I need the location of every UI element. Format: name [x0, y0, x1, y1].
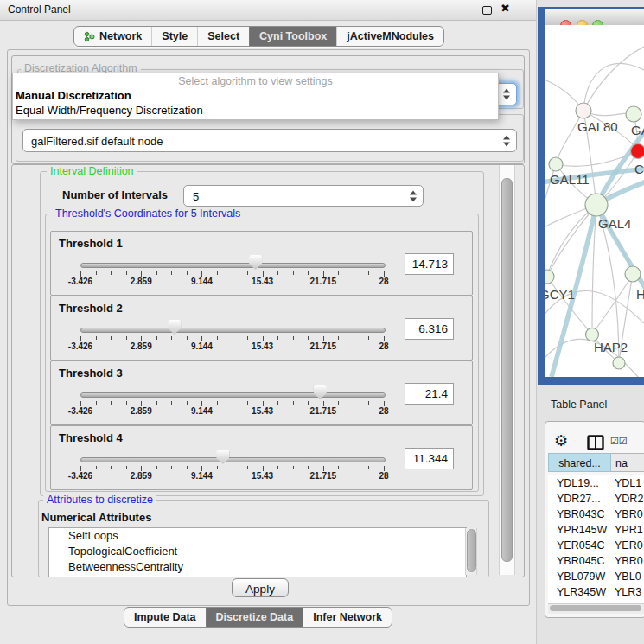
list-item[interactable]: TopologicalCoefficient: [49, 544, 466, 559]
network-node[interactable]: [625, 266, 641, 282]
network-graph: GAL80GACGAL11GAL4GCY1HHAP2: [545, 25, 644, 377]
table-row[interactable]: YDL19...YDL1: [548, 475, 644, 491]
threshold-row: Threshold 2-3.4262.8599.14415.4321.71528…: [50, 296, 473, 360]
slider-tick: [126, 336, 127, 340]
combo-stepper-icon[interactable]: [410, 190, 417, 201]
network-node[interactable]: [631, 144, 644, 159]
slider-tick: [277, 401, 278, 405]
list-item[interactable]: BetweennessCentrality: [49, 559, 466, 575]
slider-tick-label: 15.43: [252, 277, 273, 286]
table-row[interactable]: YLR345WYLR3: [548, 584, 644, 600]
table-row[interactable]: YBR043CYBR0: [548, 507, 644, 522]
dropdown-item-equal-width-frequency[interactable]: Equal Width/Frequency Discretization: [13, 103, 498, 118]
table-row[interactable]: YBL079WYBL0: [548, 569, 644, 584]
tab-select[interactable]: Select: [197, 27, 249, 46]
close-window-icon[interactable]: ✖: [501, 2, 510, 15]
list-item[interactable]: SelfLoops: [49, 528, 466, 544]
tab-discretize-data[interactable]: Discretize Data: [206, 608, 303, 627]
attributes-scrollbar-thumb[interactable]: [467, 529, 476, 572]
table-row[interactable]: YDR27...YDR2: [548, 491, 644, 507]
network-node[interactable]: [585, 194, 608, 216]
threshold-value-field[interactable]: 21.4: [405, 383, 454, 405]
slider-tick-label: 9.144: [191, 341, 213, 351]
slider-tick: [171, 271, 172, 275]
cell-shared-name: YDR27...: [548, 491, 615, 507]
slider-tick: [156, 271, 157, 275]
tab-cyni-toolbox[interactable]: Cyni Toolbox: [249, 27, 336, 46]
settings-scrollbar-thumb[interactable]: [501, 178, 513, 562]
slider-tick: [217, 336, 218, 340]
slider-tick: [368, 466, 369, 469]
float-window-icon[interactable]: [482, 6, 492, 15]
slider-tick: [233, 336, 233, 340]
slider-track[interactable]: [80, 392, 386, 398]
numerical-attributes-label: Numerical Attributes: [41, 511, 151, 524]
slider-tick: [293, 271, 294, 275]
number-of-intervals-value: 5: [193, 189, 199, 202]
table-row[interactable]: YBR045CYBR0: [548, 553, 644, 569]
attributes-group-label: Attributes to discretize: [43, 494, 156, 506]
table-row[interactable]: YER054CYER0: [548, 538, 644, 553]
network-node[interactable]: [576, 103, 591, 118]
network-node[interactable]: [549, 157, 563, 171]
checkbox-icons[interactable]: ☑☑: [610, 436, 628, 447]
slider-tick: [354, 466, 354, 469]
slider-track[interactable]: [80, 457, 386, 462]
slider-tick: [217, 401, 218, 405]
table-hscrollbar-thumb[interactable]: [550, 605, 641, 611]
column-header-shared-name[interactable]: shared...: [548, 453, 611, 472]
slider-tick-label: 9.144: [191, 277, 213, 286]
threshold-row: Threshold 1-3.4262.8599.14415.4321.71528…: [50, 231, 473, 296]
tab-style[interactable]: Style: [151, 27, 197, 46]
gear-icon[interactable]: ⚙: [554, 431, 568, 450]
columns-icon[interactable]: [587, 435, 604, 450]
network-node[interactable]: [545, 270, 554, 284]
cell-shared-name: YBR043C: [548, 507, 615, 522]
tab-impute-data[interactable]: Impute Data: [124, 608, 206, 627]
tab-infer-network[interactable]: Infer Network: [303, 608, 392, 627]
threshold-value-field[interactable]: 14.713: [405, 253, 454, 275]
slider-tick: [217, 271, 218, 275]
table-data-combo-value: galFiltered.sif default node: [31, 134, 163, 147]
slider-tick-label: 15.43: [252, 471, 273, 481]
slider-tick: [308, 401, 309, 405]
slider-tick: [277, 336, 278, 340]
slider-tick: [308, 336, 309, 340]
cell-shared-name: YBR045C: [548, 553, 615, 569]
dropdown-item-manual-discretization[interactable]: Manual Discretization: [13, 88, 498, 103]
network-node[interactable]: [626, 106, 641, 122]
combo-stepper-icon[interactable]: [503, 89, 510, 100]
slider-tick-label: -3.426: [68, 341, 92, 351]
cell-shared-name: YDL19...: [548, 475, 615, 491]
slider-tick: [247, 401, 248, 405]
network-node[interactable]: [613, 357, 625, 369]
slider-tick: [96, 336, 97, 340]
slider-tick-label: 21.715: [310, 341, 337, 351]
slider-tick: [354, 336, 354, 340]
network-canvas[interactable]: GAL80GACGAL11GAL4GCY1HHAP2: [545, 25, 644, 377]
network-node-label: GAL80: [577, 119, 618, 134]
slider-tick: [217, 466, 218, 469]
slider-tick: [111, 271, 112, 275]
number-of-intervals-combo[interactable]: 5: [183, 185, 424, 207]
threshold-value-field[interactable]: 11.344: [405, 448, 454, 469]
tab-jactivemnodules[interactable]: jActiveMNodules: [336, 27, 443, 46]
slider-track[interactable]: [80, 263, 386, 268]
threshold-value-field[interactable]: 6.316: [405, 318, 454, 340]
combo-stepper-icon[interactable]: [503, 135, 510, 146]
table-data-combo[interactable]: galFiltered.sif default node: [22, 129, 517, 152]
network-window-titlebar[interactable]: [545, 9, 644, 26]
slider-tick-label: 21.715: [310, 406, 337, 416]
network-node-label: GCY1: [545, 287, 575, 302]
table-row[interactable]: YPR145WYPR1: [548, 522, 644, 538]
slider-tick: [187, 401, 188, 405]
slider-tick-label: 15.43: [252, 341, 273, 351]
network-node-label: GA: [631, 123, 644, 137]
slider-tick: [247, 271, 248, 275]
slider-tick-label: 21.715: [310, 471, 337, 481]
slider-track[interactable]: [80, 328, 386, 333]
apply-button[interactable]: Apply: [232, 578, 289, 597]
control-panel-tabs: Network Style Select Cyni Toolbox jActiv…: [73, 26, 444, 47]
column-header-name[interactable]: na: [611, 453, 644, 472]
tab-network[interactable]: Network: [74, 27, 151, 46]
